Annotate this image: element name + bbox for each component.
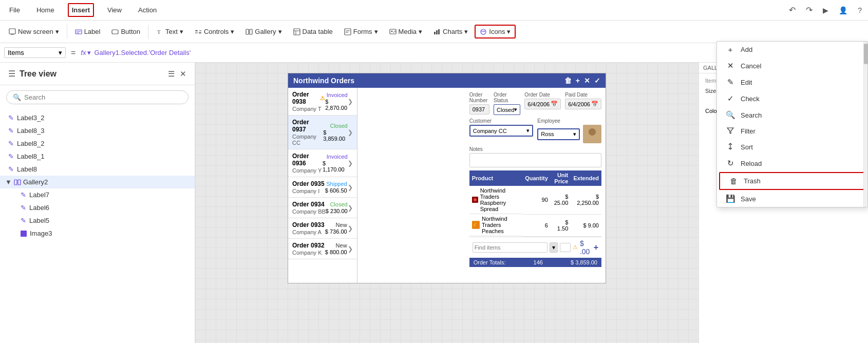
- play-icon[interactable]: ▶: [823, 6, 828, 14]
- icon-cancel-item[interactable]: ✕ Cancel: [717, 63, 867, 74]
- product-0-name: Northwind Traders Raspberry Spread: [469, 186, 522, 214]
- svg-rect-23: [438, 29, 440, 34]
- hamburger-icon[interactable]: ☰: [8, 69, 15, 79]
- icon-sort-item[interactable]: Sort: [717, 139, 867, 155]
- controls-button[interactable]: Controls ▾: [190, 25, 239, 38]
- find-action-btn[interactable]: [560, 243, 571, 252]
- data-table-icon: [293, 28, 300, 35]
- media-button[interactable]: Media ▾: [385, 25, 427, 38]
- icon-reload-item[interactable]: ↻ Reload: [717, 155, 867, 172]
- tree-item-label8-3[interactable]: ✎ Label8_3: [0, 124, 195, 137]
- nw-order-0936[interactable]: Order 0936 Company Y Invoiced $ 1,170.00…: [288, 149, 357, 177]
- icon-check-item[interactable]: ✓ Check: [717, 90, 867, 107]
- gallery2-icon: [14, 179, 21, 186]
- menu-view[interactable]: View: [104, 4, 125, 16]
- nw-order-0932[interactable]: Order 0932 Company K New $ 800.00 ❯: [288, 239, 357, 259]
- nw-trash-icon[interactable]: 🗑: [564, 77, 572, 85]
- data-table-button[interactable]: Data table: [289, 25, 337, 38]
- help-icon[interactable]: ?: [858, 6, 862, 14]
- undo-icon[interactable]: ↶: [789, 5, 796, 15]
- nw-order-0933-title: Order 0933: [292, 221, 325, 228]
- tree-item-gallery2[interactable]: ▼ Gallery2: [0, 176, 195, 188]
- gallery-button[interactable]: Gallery ▾: [241, 25, 286, 38]
- formula-dropdown[interactable]: Items ▾: [4, 47, 66, 58]
- sidebar-search-input[interactable]: [24, 93, 182, 101]
- text-chevron-icon: ▾: [180, 28, 183, 35]
- nw-close-icon[interactable]: ✕: [584, 77, 590, 85]
- tree-item-label8-1[interactable]: ✎ Label8_1: [0, 150, 195, 163]
- svg-point-35: [474, 199, 476, 201]
- check-icon: ✓: [725, 94, 735, 103]
- tree-item-label6[interactable]: ✎ Label6: [12, 201, 195, 214]
- product-row-0: Northwind Traders Raspberry Spread 90 $ …: [469, 186, 601, 214]
- employee-select-chevron: ▾: [573, 131, 576, 138]
- find-chevron[interactable]: ▾: [550, 242, 558, 253]
- icons-button[interactable]: Icons ▾: [475, 25, 516, 39]
- label-item-icon: ✎: [8, 127, 14, 135]
- canvas-area: Northwind Orders 🗑 + ✕ ✓: [195, 63, 699, 343]
- image-item-icon: [21, 231, 27, 237]
- nw-order-0937-title: Order 0937: [292, 119, 323, 133]
- nw-check-icon[interactable]: ✓: [594, 77, 600, 85]
- nw-order-number-field: Order Number 0937: [469, 92, 489, 115]
- user-icon[interactable]: 👤: [839, 6, 847, 14]
- nw-order-date-field: Order Date 6/4/2006 📅: [524, 92, 561, 115]
- nw-order-0937[interactable]: Order 0937 Company CC Closed $ 3,859.00 …: [288, 116, 357, 149]
- icon-trash-item[interactable]: 🗑 Trash: [719, 172, 865, 190]
- sep2: [148, 25, 148, 39]
- text-button[interactable]: T Text ▾: [152, 25, 188, 38]
- tree-item-label5[interactable]: ✎ Label5: [12, 214, 195, 227]
- find-plus-icon[interactable]: +: [594, 243, 598, 252]
- icon-filter-item[interactable]: Filter: [717, 123, 867, 139]
- nw-order-date-input[interactable]: 6/4/2006 📅: [524, 99, 561, 109]
- menu-insert[interactable]: Insert: [68, 3, 94, 17]
- find-add-icon[interactable]: $ .00: [580, 239, 592, 256]
- customer-select-chevron: ▾: [526, 127, 530, 134]
- icon-save-item[interactable]: 💾 Save: [717, 190, 867, 207]
- svg-rect-16: [345, 29, 351, 35]
- nw-notes-input[interactable]: [469, 153, 601, 167]
- sidebar-layers-icon[interactable]: ☰: [168, 69, 175, 79]
- nw-order-0935[interactable]: Order 0935 Company I Shipped $ 606.50 ❯: [288, 177, 357, 198]
- nw-employee-select[interactable]: Ross ▾: [537, 128, 580, 140]
- nw-customer-select[interactable]: Company CC ▾: [469, 125, 534, 137]
- svg-rect-11: [246, 29, 249, 34]
- nw-order-status-select[interactable]: Closed ▾: [494, 104, 520, 115]
- nw-product-table: Product Quantity Unit Price Extended: [469, 170, 601, 237]
- icon-search-item[interactable]: 🔍 Search: [717, 107, 867, 123]
- nw-order-0935-right: Shipped $ 606.50: [325, 181, 347, 194]
- sidebar-close-icon[interactable]: ✕: [180, 69, 186, 79]
- charts-button[interactable]: Charts ▾: [429, 25, 473, 38]
- forms-button[interactable]: Forms ▾: [339, 25, 383, 38]
- menu-file[interactable]: File: [6, 4, 23, 16]
- nw-add-icon[interactable]: +: [576, 77, 580, 85]
- nw-find-input[interactable]: [473, 242, 548, 253]
- menu-home[interactable]: Home: [33, 4, 58, 16]
- tree-item-image3[interactable]: Image3: [12, 227, 195, 240]
- nw-customer-label: Customer: [469, 118, 534, 124]
- find-warning-icon: ⚠: [573, 244, 578, 251]
- nw-order-0934[interactable]: Order 0934 Company BB Closed $ 230.00 ❯: [288, 198, 357, 218]
- status-select-chevron: ▾: [514, 106, 517, 113]
- nw-order-0933[interactable]: Order 0933 Company A New $ 736.00 ❯: [288, 218, 357, 239]
- label-button[interactable]: Label: [70, 25, 105, 38]
- new-screen-button[interactable]: New screen ▾: [4, 25, 64, 38]
- menu-bar: File Home Insert View Action ↶ ↷ ▶ 👤 ?: [0, 0, 868, 21]
- redo-icon[interactable]: ↷: [806, 5, 813, 15]
- toolbar: New screen ▾ Label Button T Text ▾ Contr…: [0, 21, 868, 43]
- nw-order-status-field: Order Status Closed ▾: [494, 92, 520, 115]
- tree-item-label8[interactable]: ✎ Label8: [0, 163, 195, 176]
- dropdown-scrollbar[interactable]: [863, 63, 867, 207]
- svg-point-26: [483, 31, 484, 32]
- nw-order-0938[interactable]: Order 0938 ⚠ Company T Invoiced $ 2,870.…: [288, 88, 357, 116]
- tree-item-label7[interactable]: ✎ Label7: [12, 188, 195, 201]
- order-date-cal-icon: 📅: [551, 101, 558, 107]
- icon-edit-item[interactable]: ✎ Edit: [717, 74, 867, 90]
- nw-order-0937-amount: $ 3,859.00: [323, 129, 347, 142]
- button-button[interactable]: Button: [107, 25, 145, 38]
- new-screen-chevron-icon: ▾: [55, 28, 59, 35]
- nw-paid-date-input[interactable]: 6/4/2006 📅: [565, 99, 601, 109]
- tree-item-label3-2[interactable]: ✎ Label3_2: [0, 111, 195, 124]
- tree-item-label8-2[interactable]: ✎ Label8_2: [0, 137, 195, 150]
- menu-action[interactable]: Action: [135, 4, 160, 16]
